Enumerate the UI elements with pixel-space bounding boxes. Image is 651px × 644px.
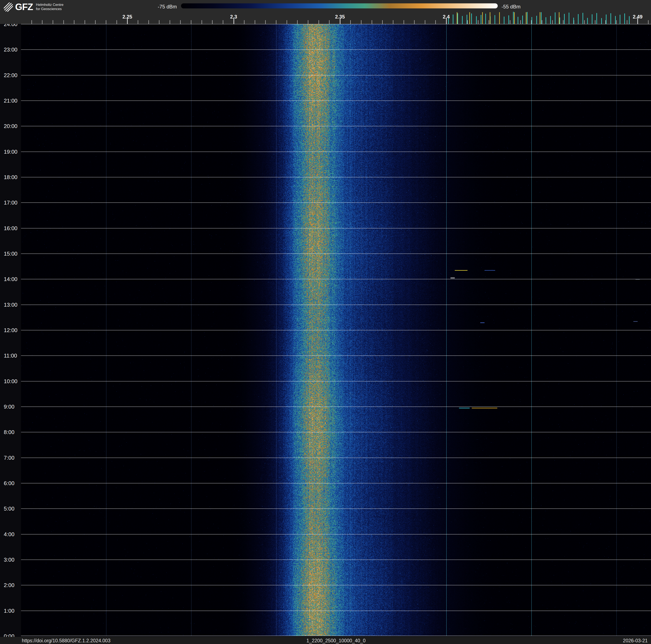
freq-minor-tick <box>63 20 64 24</box>
freq-minor-tick <box>223 20 223 24</box>
freq-tick-label: 2.49 <box>633 14 643 20</box>
detection-tick-cyan <box>518 17 518 24</box>
detection-tick-cyan <box>476 16 477 24</box>
time-label: 15:00 <box>4 251 21 257</box>
detection-tick-cyan <box>550 16 551 24</box>
freq-minor-tick <box>297 20 298 24</box>
freq-minor-tick <box>191 20 191 24</box>
time-label: 3:00 <box>4 557 21 563</box>
detection-tick-yellow <box>469 12 470 24</box>
detection-tick-cyan <box>620 15 620 24</box>
freq-minor-tick <box>212 20 213 24</box>
detection-tick-cyan <box>467 15 467 24</box>
freq-minor-tick <box>510 20 510 24</box>
freq-minor-tick <box>489 20 489 24</box>
freq-minor-tick <box>265 20 266 24</box>
freq-minor-tick <box>318 20 319 24</box>
time-label: 9:00 <box>4 404 21 410</box>
freq-minor-tick <box>595 20 595 24</box>
detection-tick-yellow <box>559 12 559 24</box>
dataset-id-label: 1_2200_2500_10000_40_0 <box>306 638 365 644</box>
detection-tick-cyan <box>531 17 532 24</box>
detection-tick-yellow <box>514 12 515 24</box>
time-label: 1:00 <box>4 608 21 614</box>
time-label: 13:00 <box>4 302 21 308</box>
time-label: 17:00 <box>4 200 21 206</box>
time-label: 10:00 <box>4 378 21 385</box>
detection-tick-yellow <box>499 12 500 24</box>
freq-minor-tick <box>117 20 117 24</box>
freq-minor-tick <box>170 20 170 24</box>
detection-tick-cyan <box>453 14 454 24</box>
detection-tick-cyan <box>504 17 504 24</box>
freq-minor-tick <box>393 20 393 24</box>
frequency-axis: 2.252.32.352.42.49 <box>0 0 651 24</box>
detection-tick-cyan <box>462 16 463 24</box>
freq-minor-tick <box>542 20 542 24</box>
freq-minor-tick <box>180 20 181 24</box>
freq-minor-tick <box>329 20 330 24</box>
detection-tick-cyan <box>527 12 528 24</box>
time-label: 12:00 <box>4 327 21 333</box>
detection-tick-cyan <box>564 14 565 24</box>
time-label: 21:00 <box>4 97 21 104</box>
detection-tick-cyan <box>546 17 546 24</box>
detection-tick-cyan <box>555 12 555 24</box>
detection-tick-cyan <box>601 18 602 24</box>
freq-minor-tick <box>435 20 436 24</box>
freq-minor-tick <box>361 20 362 24</box>
freq-minor-tick <box>404 20 404 24</box>
freq-minor-tick <box>478 20 478 24</box>
detection-tick-cyan <box>513 12 514 24</box>
freq-minor-tick <box>287 20 287 24</box>
detection-tick-yellow <box>526 12 526 24</box>
detection-tick-cyan <box>583 13 583 24</box>
freq-minor-tick <box>106 20 106 24</box>
detection-tick-cyan <box>536 16 537 24</box>
time-label: 19:00 <box>4 149 21 155</box>
detection-tick-cyan <box>448 18 449 24</box>
freq-tick-label: 2.3 <box>230 14 237 20</box>
freq-minor-tick <box>42 20 42 24</box>
freq-minor-tick <box>31 20 32 24</box>
detection-tick-cyan <box>471 13 472 24</box>
doi-link[interactable]: https://doi.org/10.5880/GFZ.1.2.2024.003 <box>22 638 111 644</box>
freq-minor-tick <box>372 20 372 24</box>
freq-minor-tick <box>552 20 553 24</box>
detection-tick-cyan <box>578 14 579 24</box>
detection-tick-cyan <box>573 18 574 24</box>
detection-tick-cyan <box>457 13 458 24</box>
detection-tick-cyan <box>596 13 597 24</box>
detection-tick-cyan <box>624 13 625 24</box>
freq-minor-tick <box>648 20 649 24</box>
detection-tick-cyan <box>522 16 523 24</box>
freq-minor-tick <box>520 20 521 24</box>
detection-tick-cyan <box>541 12 541 24</box>
detection-tick-cyan <box>587 18 588 24</box>
detection-tick-cyan <box>606 14 607 24</box>
time-label: 14:00 <box>4 276 21 283</box>
freq-minor-tick <box>584 20 585 24</box>
header-bar: GFZ Helmholtz Centre for Geosciences -75… <box>0 0 651 24</box>
time-label: 6:00 <box>4 480 21 487</box>
freq-minor-tick <box>149 20 149 24</box>
freq-minor-tick <box>95 20 96 24</box>
detection-tick-cyan <box>481 15 481 24</box>
freq-minor-tick <box>425 20 425 24</box>
time-label: 2:00 <box>4 582 21 588</box>
detection-tick-yellow <box>457 12 457 24</box>
time-label: 20:00 <box>4 123 21 129</box>
freq-minor-tick <box>85 20 85 24</box>
freq-minor-tick <box>138 20 138 24</box>
freq-minor-tick <box>627 20 627 24</box>
freq-minor-tick <box>467 20 468 24</box>
detection-tick-cyan <box>611 13 611 24</box>
freq-minor-tick <box>255 20 255 24</box>
time-label: 22:00 <box>4 72 21 79</box>
time-label: 16:00 <box>4 225 21 232</box>
freq-minor-tick <box>53 20 53 24</box>
time-label: 7:00 <box>4 455 21 461</box>
freq-tick-label: 2.25 <box>122 14 132 20</box>
detection-tick-cyan <box>615 16 616 24</box>
freq-tick-label: 2.35 <box>335 14 345 20</box>
